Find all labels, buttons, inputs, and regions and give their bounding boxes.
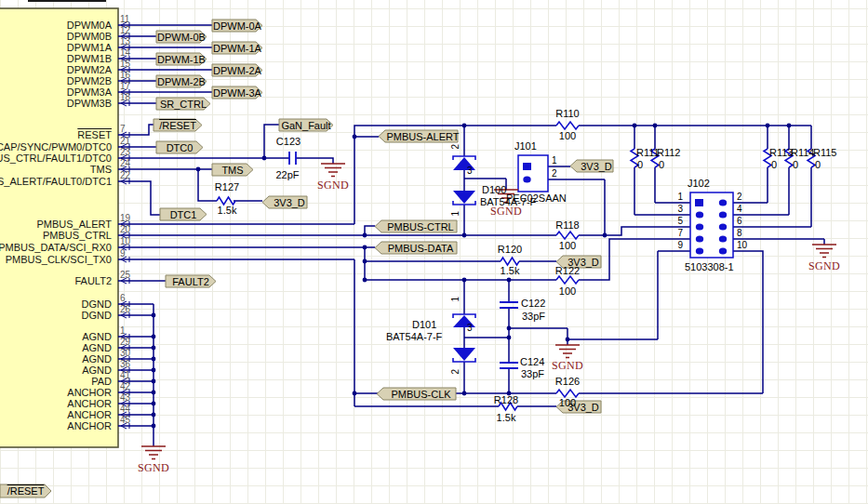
label-j102-pins_left-4[interactable]: 9 <box>664 240 683 250</box>
label-r115-value[interactable]: 0 <box>815 159 834 170</box>
label-c122-value[interactable]: 33pF <box>522 311 563 322</box>
port-dpwm0b[interactable]: DPWM-0B <box>156 31 211 43</box>
ic-pin-number-19: 19 <box>120 213 130 223</box>
port-v33-r127[interactable]: 3V3_D <box>262 196 312 208</box>
ic-pin-number-42: 42 <box>120 381 130 391</box>
label-r115-ref[interactable]: R115 <box>813 147 845 158</box>
ic-pin-name-29: AGND <box>82 342 112 353</box>
port-pmbus-ctrl[interactable]: PMBUS-CTRL <box>375 220 461 232</box>
label-j102-pins_right-2[interactable]: 6 <box>737 216 755 226</box>
port-pmbus-data[interactable]: PMBUS-DATA <box>375 242 461 254</box>
port-fault2[interactable]: FAULT2 <box>166 275 220 287</box>
port-dpwm1a[interactable]: DPWM-1A <box>212 42 267 54</box>
port-dpwm2a[interactable]: DPWM-2A <box>212 64 267 76</box>
label-r122-ref[interactable]: R122 <box>547 265 588 276</box>
label-j102-pins_right-0[interactable]: 2 <box>737 192 755 202</box>
label-j102-ref[interactable]: J102 <box>688 178 725 189</box>
label-j102-pins_left-0[interactable]: 1 <box>664 192 683 202</box>
label-d100-pin_top[interactable]: 2 <box>450 140 461 150</box>
label-r114-value[interactable]: 0 <box>793 159 811 170</box>
label-r128-value[interactable]: 1.5k <box>486 412 527 423</box>
label-sgnd[interactable]: SGND <box>313 179 354 191</box>
resistor-r110[interactable] <box>556 122 579 129</box>
port-gan-fault[interactable]: GaN_Fault <box>279 119 338 131</box>
label-j102-pins_left-1[interactable]: 3 <box>664 204 683 214</box>
label-r128-ref[interactable]: R128 <box>486 394 527 405</box>
label-j102-pins_right-3[interactable]: 8 <box>737 228 755 238</box>
label-r112-value[interactable]: 0 <box>659 159 677 170</box>
connector-j102[interactable] <box>690 192 733 258</box>
label-d101-pin_top[interactable]: 1 <box>450 293 461 302</box>
label-sgnd[interactable]: SGND <box>804 260 845 272</box>
resistor-r126[interactable] <box>556 390 579 397</box>
ic-pin-name-17: DPWM3A <box>67 86 112 98</box>
label-d101-pin_mid[interactable]: 3 <box>467 323 476 333</box>
label-j101-pin1[interactable]: 1 <box>552 155 561 166</box>
port-sr-ctrl[interactable]: SR_CTRL <box>156 98 215 110</box>
ic-pin-number-10: 10 <box>120 236 130 246</box>
port-reset-bottom[interactable]: /RESET <box>0 484 56 497</box>
label-r122-value[interactable]: 100 <box>547 285 588 297</box>
resistor-r122[interactable] <box>556 276 579 284</box>
label-sgnd[interactable]: SGND <box>486 206 527 217</box>
label-j101-ref[interactable]: J101 <box>514 140 552 152</box>
label-c123-ref[interactable]: C123 <box>268 136 309 147</box>
label-d100-pin_bottom[interactable]: 1 <box>450 207 461 217</box>
label-c122-ref[interactable]: C122 <box>521 298 562 309</box>
ic-pin-name-7: RESET <box>77 129 112 140</box>
label-r118-value[interactable]: 100 <box>547 240 588 251</box>
label-c123-value[interactable]: 22pF <box>264 169 311 180</box>
label-j101-pin2[interactable]: 2 <box>552 168 561 179</box>
port-pmbus-clk[interactable]: PMBUS-CLK <box>377 388 461 400</box>
label-j102-part[interactable]: 5103308-1 <box>685 261 748 272</box>
label-r110-ref[interactable]: R110 <box>547 108 588 119</box>
ic-pin-number-45: 45 <box>120 415 130 425</box>
label-j102-pins_right-1[interactable]: 4 <box>737 204 755 214</box>
label-r120-ref[interactable]: R120 <box>489 244 530 255</box>
ic-pin-name-9: PMBUS_CLK/SCI_TX0 <box>6 254 112 265</box>
label-r118-ref[interactable]: R118 <box>547 219 588 231</box>
label-r127-value[interactable]: 1.5k <box>207 205 247 216</box>
port-dpwm1b[interactable]: DPWM-1B <box>156 53 211 65</box>
label-sgnd[interactable]: SGND <box>547 360 588 371</box>
label-r110-value[interactable]: 100 <box>547 130 588 141</box>
label-r111-value[interactable]: 0 <box>637 159 656 170</box>
label-j102-pins_right-4[interactable]: 10 <box>737 240 755 250</box>
port-dpwm3a[interactable]: DPWM-3A <box>212 86 267 99</box>
ic-pin-number-22: 22 <box>120 170 130 180</box>
ic-pin-number-13: 13 <box>120 36 130 46</box>
capacitor-c122[interactable] <box>500 302 518 308</box>
label-r120-value[interactable]: 1.5k <box>489 265 530 276</box>
label-d101-ref[interactable]: D101 <box>412 319 459 330</box>
port-dpwm0a[interactable]: DPWM-0A <box>212 20 267 32</box>
ic-pin-name-24: TMS <box>90 164 112 175</box>
label-r113-value[interactable]: 0 <box>771 159 790 170</box>
resistor-r127[interactable] <box>217 197 235 205</box>
port-dtc1[interactable]: DTC1 <box>160 208 211 220</box>
port-dpwm2b[interactable]: DPWM-2B <box>156 75 211 87</box>
ic-pin-number-44: 44 <box>120 404 130 414</box>
capacitor-c123[interactable] <box>289 152 296 165</box>
port-tms[interactable]: TMS <box>212 164 258 176</box>
port-dtc0[interactable]: DTC0 <box>156 141 207 153</box>
label-r112-ref[interactable]: R112 <box>657 147 688 158</box>
label-d101-part[interactable]: BAT54A-7-F <box>386 331 459 342</box>
label-d101-pin_bottom[interactable]: 2 <box>450 365 461 375</box>
ic-pin-number-26: 26 <box>120 304 130 314</box>
resistor-r120[interactable] <box>501 258 519 265</box>
resistor-r118[interactable] <box>556 232 579 239</box>
label-r127-ref[interactable]: R127 <box>207 181 247 192</box>
port-reset-top[interactable]: /RESET <box>154 119 207 131</box>
ic-pin-number-9: 9 <box>120 248 126 259</box>
capacitor-c124[interactable] <box>500 363 518 368</box>
ic-pin-number-29: 29 <box>120 337 130 347</box>
label-r126-value[interactable]: 100 <box>547 397 588 408</box>
label-d100-pin_mid[interactable]: 3 <box>467 166 476 176</box>
ic-pin-name-41: PAD <box>91 376 112 387</box>
label-j101-part[interactable]: PEC02SAAN <box>506 192 581 204</box>
label-j102-pins_left-2[interactable]: 5 <box>664 216 683 226</box>
ic-pin-name-18: DPWM3B <box>67 98 112 109</box>
label-sgnd[interactable]: SGND <box>133 462 174 473</box>
label-j102-pins_left-3[interactable]: 7 <box>664 228 683 238</box>
port-v33-j101[interactable]: 3V3_D <box>570 160 618 172</box>
